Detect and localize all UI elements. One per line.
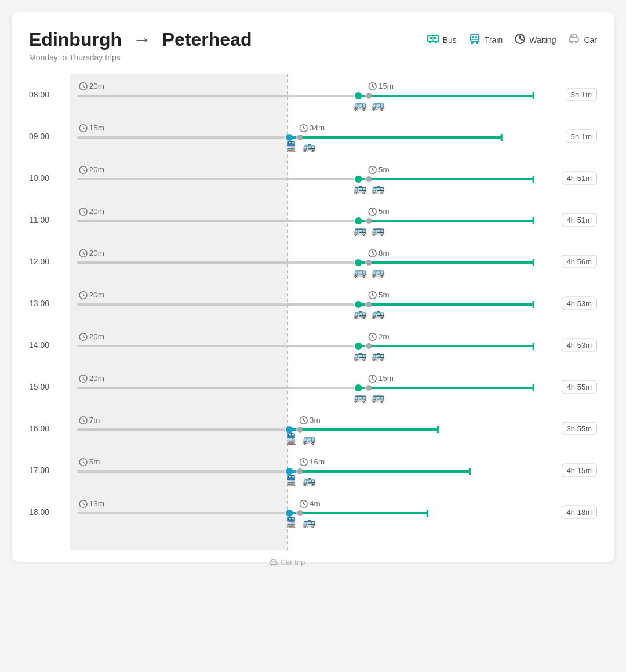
trip-row: 12:0020m8m🚌🚌4h 56m xyxy=(29,241,597,282)
svg-text:🚌: 🚌 xyxy=(372,99,385,111)
trip-visual: 20m5m🚌🚌4h 53m xyxy=(67,287,597,319)
train-legend-label: Train xyxy=(485,35,503,45)
trip-row: 16:007m3m🚆🚌3h 55m xyxy=(29,408,597,449)
trip-svg: 5m16m🚆🚌 xyxy=(67,454,597,486)
trip-time: 12:00 xyxy=(29,257,67,266)
trip-time: 11:00 xyxy=(29,215,67,224)
svg-text:🚌: 🚌 xyxy=(372,391,385,404)
trip-row: 18:0013m4m🚆🚌4h 18m xyxy=(29,491,597,533)
trip-row: 14:0020m2m🚌🚌4h 53m xyxy=(29,324,597,366)
svg-text:🚌: 🚌 xyxy=(372,182,385,195)
svg-point-4 xyxy=(435,41,437,43)
trip-row: 13:0020m5m🚌🚌4h 53m xyxy=(29,282,597,324)
svg-point-54 xyxy=(297,135,303,140)
route-title: Edinburgh → Peterhead xyxy=(29,29,252,50)
svg-text:🚌: 🚌 xyxy=(354,307,367,320)
bus-legend-icon xyxy=(427,32,439,47)
trip-time: 09:00 xyxy=(29,132,67,141)
svg-rect-19 xyxy=(569,38,578,42)
legend: Bus Train xyxy=(427,32,597,47)
svg-point-222 xyxy=(271,564,272,565)
svg-point-162 xyxy=(366,385,372,391)
trip-svg: 20m5m🚌🚌 xyxy=(67,204,597,236)
trip-visual: 20m15m🚌🚌4h 55m xyxy=(67,370,597,403)
svg-text:🚆: 🚆 xyxy=(285,140,298,153)
svg-point-126 xyxy=(366,302,372,307)
trip-time: 08:00 xyxy=(29,90,67,99)
trip-visual: 7m3m🚆🚌3h 55m xyxy=(67,412,597,445)
trip-svg: 20m15m🚌🚌 xyxy=(67,78,597,111)
duration-badge: 4h 56m xyxy=(562,255,597,268)
duration-badge: 5h 1m xyxy=(566,88,597,101)
duration-badge: 4h 55m xyxy=(562,380,597,394)
svg-point-108 xyxy=(366,260,372,266)
destination: Peterhead xyxy=(162,29,252,50)
waiting-legend-icon xyxy=(514,33,526,46)
svg-rect-8 xyxy=(475,36,477,38)
svg-point-36 xyxy=(366,93,372,99)
svg-text:20m: 20m xyxy=(89,165,104,174)
trip-svg: 20m5m🚌🚌 xyxy=(67,162,597,194)
trip-row: 17:005m16m🚆🚌4h 15m xyxy=(29,449,597,491)
main-card: Edinburgh → Peterhead B xyxy=(12,12,614,562)
svg-text:🚌: 🚌 xyxy=(354,99,367,111)
legend-bus: Bus xyxy=(427,32,457,47)
svg-text:20m: 20m xyxy=(89,82,104,90)
svg-text:🚌: 🚌 xyxy=(354,391,367,404)
svg-text:7m: 7m xyxy=(89,416,100,424)
trip-visual: 20m15m🚌🚌5h 1m xyxy=(67,78,597,111)
svg-text:🚌: 🚌 xyxy=(372,224,385,237)
duration-badge: 4h 53m xyxy=(562,339,597,352)
svg-text:15m: 15m xyxy=(89,123,104,132)
subtitle: Monday to Thursday trips xyxy=(29,53,597,62)
trip-visual: 13m4m🚆🚌4h 18m xyxy=(67,496,597,528)
trip-row: 08:0020m15m🚌🚌5h 1m xyxy=(29,74,597,115)
svg-text:🚌: 🚌 xyxy=(354,182,367,195)
trip-row: 11:0020m5m🚌🚌4h 51m xyxy=(29,199,597,241)
car-trip-label: Car trip xyxy=(269,558,305,566)
svg-text:5m: 5m xyxy=(378,290,390,299)
trip-visual: 20m5m🚌🚌4h 51m xyxy=(67,162,597,194)
svg-point-180 xyxy=(297,427,303,433)
trip-svg: 20m2m🚌🚌 xyxy=(67,329,597,361)
origin: Edinburgh xyxy=(29,29,122,50)
trip-time: 18:00 xyxy=(29,507,67,517)
svg-text:20m: 20m xyxy=(89,290,104,299)
svg-point-3 xyxy=(429,41,431,43)
trip-row: 15:0020m15m🚌🚌4h 55m xyxy=(29,366,597,408)
svg-point-21 xyxy=(575,41,577,43)
svg-text:🚌: 🚌 xyxy=(354,349,367,362)
trip-time: 14:00 xyxy=(29,340,67,350)
trip-visual: 20m8m🚌🚌4h 56m xyxy=(67,245,597,278)
trip-visual: 15m34m🚆🚌5h 1m xyxy=(67,120,597,152)
svg-text:4m: 4m xyxy=(310,499,321,508)
duration-badge: 4h 15m xyxy=(562,464,597,477)
svg-text:15m: 15m xyxy=(378,374,394,383)
svg-rect-221 xyxy=(270,561,277,564)
svg-rect-22 xyxy=(572,36,574,38)
car-legend-label: Car xyxy=(584,35,597,45)
svg-point-90 xyxy=(366,218,372,224)
duration-badge: 3h 55m xyxy=(562,422,597,435)
svg-text:5m: 5m xyxy=(89,457,100,466)
svg-text:34m: 34m xyxy=(310,123,325,132)
trip-time: 13:00 xyxy=(29,299,67,308)
svg-text:🚌: 🚌 xyxy=(303,474,316,487)
svg-text:🚆: 🚆 xyxy=(285,433,298,445)
car-legend-icon xyxy=(567,32,580,47)
title: Edinburgh → Peterhead xyxy=(29,29,252,50)
arrow: → xyxy=(133,29,151,50)
trip-time: 17:00 xyxy=(29,466,67,475)
svg-text:20m: 20m xyxy=(89,249,104,257)
waiting-legend-label: Waiting xyxy=(529,35,556,45)
svg-text:5m: 5m xyxy=(378,207,390,216)
trip-svg: 20m15m🚌🚌 xyxy=(67,370,597,403)
duration-badge: 4h 18m xyxy=(562,506,597,519)
bus-legend-label: Bus xyxy=(443,35,457,45)
svg-text:🚌: 🚌 xyxy=(372,266,385,278)
trip-time: 10:00 xyxy=(29,173,67,183)
duration-badge: 4h 51m xyxy=(562,172,597,185)
duration-badge: 4h 53m xyxy=(562,297,597,310)
header: Edinburgh → Peterhead B xyxy=(29,29,597,50)
svg-point-198 xyxy=(297,468,303,474)
